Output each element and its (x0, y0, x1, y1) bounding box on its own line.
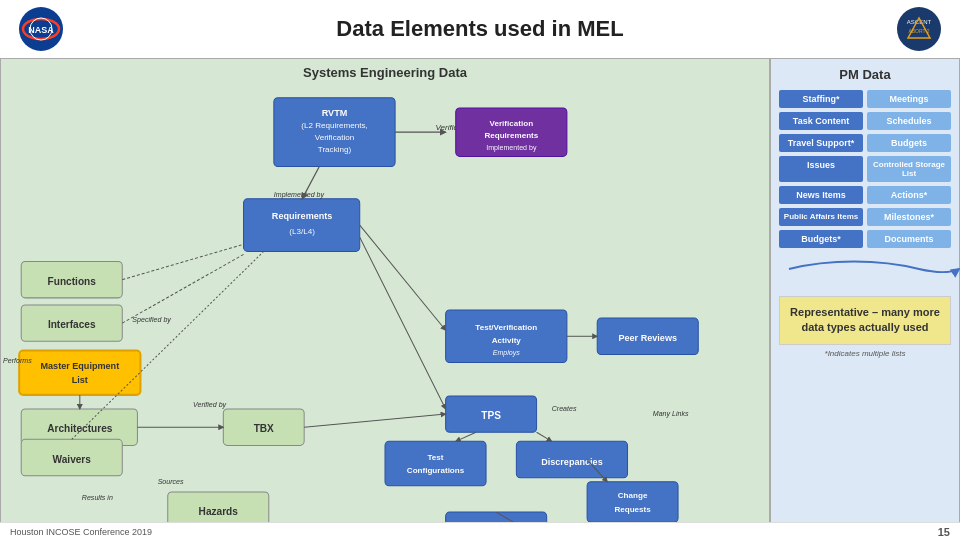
svg-text:(L3/L4): (L3/L4) (289, 227, 315, 236)
svg-text:List: List (72, 375, 88, 385)
svg-text:Creates: Creates (552, 405, 577, 412)
svg-text:TBX: TBX (254, 423, 274, 434)
header: NASA Data Elements used in MEL ASCENT AB… (0, 0, 960, 58)
pm-data-grid: Staffing* Meetings Task Content Schedule… (779, 90, 951, 248)
svg-text:Change: Change (618, 491, 648, 500)
svg-text:TPS: TPS (481, 410, 501, 421)
svg-text:Performs: Performs (3, 357, 32, 364)
pm-issues: Issues (779, 156, 863, 182)
right-logo: ASCENT ABORT 2 (896, 6, 942, 52)
svg-text:Tracking): Tracking) (318, 145, 352, 154)
svg-text:Architectures: Architectures (47, 423, 112, 434)
pm-staffing: Staffing* (779, 90, 863, 108)
svg-text:Hazards: Hazards (199, 506, 239, 517)
svg-text:Verified by: Verified by (193, 401, 227, 409)
conference-label: Houston INCOSE Conference 2019 (10, 527, 152, 537)
svg-text:Specified by: Specified by (132, 316, 171, 324)
svg-text:Implemented by: Implemented by (274, 191, 325, 199)
pm-section-title: PM Data (779, 67, 951, 82)
svg-text:Many Links: Many Links (653, 410, 689, 418)
svg-text:Test: Test (428, 453, 444, 462)
svg-rect-28 (19, 350, 140, 394)
svg-text:Requests: Requests (614, 505, 651, 514)
pm-task-content: Task Content (779, 112, 863, 130)
svg-text:Verification: Verification (315, 133, 355, 142)
footer: Houston INCOSE Conference 2019 15 (0, 522, 960, 540)
pm-news-items: News Items (779, 186, 863, 204)
pm-meetings: Meetings (867, 90, 951, 108)
svg-text:Requirements: Requirements (484, 131, 538, 140)
svg-text:Waivers: Waivers (53, 454, 92, 465)
svg-line-74 (122, 244, 243, 279)
pm-controlled-storage: Controlled Storage List (867, 156, 951, 182)
pm-representative-text: Representative – many more data types ac… (779, 296, 951, 345)
pm-arrows-svg (779, 254, 960, 284)
svg-text:Master Equipment: Master Equipment (40, 361, 119, 371)
svg-line-77 (360, 237, 446, 409)
svg-text:ASCENT: ASCENT (907, 19, 932, 25)
pm-milestones: Milestones* (867, 208, 951, 226)
se-section: Systems Engineering Data RVTM (L2 Requir… (0, 58, 770, 540)
svg-text:Test/Verification: Test/Verification (475, 323, 537, 332)
pm-travel-support: Travel Support* (779, 134, 863, 152)
diagram-svg: RVTM (L2 Requirements, Verification Trac… (1, 81, 769, 539)
svg-text:Verification: Verification (490, 119, 534, 128)
svg-text:RVTM: RVTM (322, 108, 348, 118)
pm-footnote: *Indicates multiple lists (779, 349, 951, 358)
svg-text:Peer Reviews: Peer Reviews (618, 333, 677, 343)
se-section-title: Systems Engineering Data (7, 65, 763, 80)
svg-line-82 (456, 432, 476, 441)
svg-text:Discrepancies: Discrepancies (541, 457, 603, 467)
pm-documents: Documents (867, 230, 951, 248)
page-title: Data Elements used in MEL (336, 16, 623, 42)
pm-public-affairs: Public Affairs Items (779, 208, 863, 226)
svg-text:Functions: Functions (48, 276, 97, 287)
svg-text:Results in: Results in (82, 494, 113, 501)
svg-text:Sources: Sources (158, 478, 184, 485)
svg-line-76 (360, 225, 446, 330)
svg-rect-18 (244, 199, 360, 252)
main-container: Systems Engineering Data RVTM (L2 Requir… (0, 58, 960, 540)
pm-section: PM Data Staffing* Meetings Task Content … (770, 58, 960, 540)
nasa-logo: NASA (18, 6, 64, 52)
svg-text:Activity: Activity (492, 336, 522, 345)
pm-schedules: Schedules (867, 112, 951, 130)
svg-text:Implemented by: Implemented by (486, 144, 537, 152)
svg-text:Requirements: Requirements (272, 211, 333, 221)
pm-budgets: Budgets (867, 134, 951, 152)
svg-rect-49 (385, 441, 486, 485)
pm-actions: Actions* (867, 186, 951, 204)
svg-rect-58 (587, 482, 678, 522)
svg-text:Interfaces: Interfaces (48, 319, 96, 330)
svg-text:NASA: NASA (28, 25, 54, 35)
svg-text:(L2 Requirements,: (L2 Requirements, (301, 121, 367, 130)
svg-line-80 (304, 414, 445, 427)
svg-line-83 (537, 432, 552, 441)
svg-text:Configurations: Configurations (407, 466, 465, 475)
svg-text:Employs: Employs (493, 349, 521, 357)
page-number: 15 (938, 526, 950, 538)
pm-budgets-star: Budgets* (779, 230, 863, 248)
